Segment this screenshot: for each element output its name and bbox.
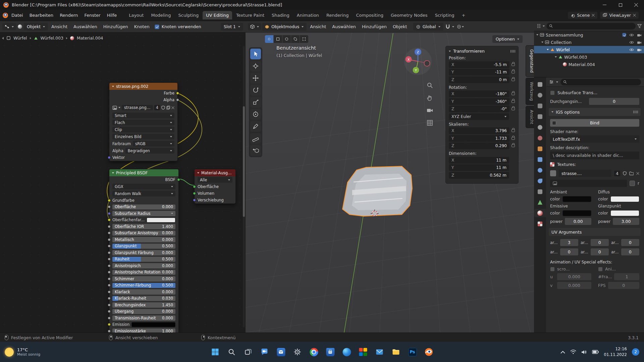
- input-socket[interactable]: [108, 225, 111, 228]
- material-slot-select[interactable]: Slot 1: [221, 23, 243, 31]
- target-select[interactable]: Alle: [198, 177, 232, 183]
- lock-icon[interactable]: [512, 63, 515, 66]
- input-socket[interactable]: [108, 323, 111, 326]
- tool-cursor[interactable]: [250, 61, 261, 71]
- fake-user-shield-icon[interactable]: [623, 171, 627, 175]
- dim-y-field[interactable]: Y11 m: [449, 164, 509, 171]
- outliner-row-scene-collection[interactable]: Szenensammlung: [534, 31, 644, 39]
- ar-field-0[interactable]: 3: [560, 239, 578, 246]
- unlink-scene-icon[interactable]: [592, 14, 595, 17]
- fake-user-shield-icon[interactable]: [161, 106, 165, 110]
- value-slider[interactable]: Anisotropisch0.000: [112, 263, 175, 268]
- input-socket[interactable]: [108, 290, 111, 293]
- value-slider[interactable]: Anisotropische Rotation0.000: [112, 270, 175, 275]
- outliner-editor-icon[interactable]: [536, 24, 541, 28]
- tool-add-cube[interactable]: [250, 145, 261, 156]
- use-nodes-toggle[interactable]: Knoten verwenden: [155, 24, 201, 29]
- lock-icon[interactable]: [512, 93, 515, 95]
- surface-input-socket[interactable]: [193, 185, 196, 188]
- tab-tool[interactable]: [534, 80, 546, 88]
- tab-constraints[interactable]: [534, 187, 546, 196]
- animate-checkbox[interactable]: [598, 267, 603, 272]
- scene-selector[interactable]: Scene: [568, 12, 597, 19]
- vector-input-socket[interactable]: [108, 156, 111, 159]
- distribution-select[interactable]: GGX: [112, 184, 175, 189]
- collapse-node-icon[interactable]: [197, 172, 199, 174]
- volume-input-socket[interactable]: [193, 192, 196, 195]
- ambiant-color-swatch[interactable]: [562, 196, 591, 202]
- menu-vp-objekt[interactable]: Objekt: [390, 23, 410, 31]
- input-socket[interactable]: [108, 271, 111, 274]
- tab-uv-editing[interactable]: UV Editing: [203, 11, 232, 19]
- alpha-mode-select[interactable]: Begradigen: [125, 148, 174, 154]
- collapse-node-icon[interactable]: [112, 172, 114, 174]
- minimize-button[interactable]: [597, 0, 612, 10]
- menu-bearbeiten[interactable]: Bearbeiten: [26, 11, 56, 19]
- tool-select[interactable]: [250, 49, 261, 59]
- tab-modeling[interactable]: Modeling: [148, 11, 174, 19]
- outlook-button[interactable]: [274, 345, 288, 359]
- expand-icon[interactable]: [536, 34, 538, 36]
- file-explorer-button[interactable]: [389, 345, 403, 359]
- emissive-power-field[interactable]: 0.00: [565, 218, 591, 225]
- editor-type-select[interactable]: [2, 23, 16, 30]
- menu-fenster[interactable]: Fenster: [81, 11, 103, 19]
- menu-ne-ansicht[interactable]: Ansicht: [49, 23, 70, 31]
- outliner-row-wuerfel-003[interactable]: Würfel.003: [534, 53, 644, 61]
- shader-name-select[interactable]: LoftTexDiff.fx: [550, 135, 639, 143]
- ar-field-5[interactable]: 0: [621, 248, 639, 255]
- chrome-button[interactable]: [307, 345, 321, 359]
- scale-y-field[interactable]: Y1.733: [449, 135, 509, 142]
- fps-field[interactable]: 0: [608, 282, 639, 289]
- node-editor-scrollbar[interactable]: [243, 46, 245, 327]
- value-slider[interactable]: Klarlack-Rauheit0.030: [112, 296, 175, 301]
- lock-icon[interactable]: [512, 137, 515, 140]
- tab-geometry-nodes[interactable]: Geometry Nodes: [387, 11, 431, 19]
- value-slider[interactable]: Oberfläche0.000: [112, 204, 175, 210]
- color-swatch-black[interactable]: [131, 322, 175, 327]
- weather-widget[interactable]: 17°C Meist sonnig: [0, 347, 80, 357]
- node-canvas[interactable]: Würfel Würfel.003 Material.004 strasse.p…: [0, 33, 246, 333]
- editor-type-select[interactable]: [248, 23, 261, 30]
- select-mode-tweak[interactable]: [265, 35, 273, 43]
- tool-rotate[interactable]: [250, 85, 261, 96]
- shader-context-select[interactable]: Objekt: [24, 23, 48, 31]
- filter-icon[interactable]: [637, 24, 642, 28]
- v-speed-field[interactable]: 0.000: [557, 282, 591, 289]
- interpolation-select[interactable]: Smart: [112, 113, 174, 118]
- principled-bsdf-node[interactable]: Principled BSDF BSDF GGX Random Walk Gru…: [109, 169, 179, 333]
- tab-object[interactable]: [534, 144, 546, 153]
- input-socket[interactable]: [108, 303, 111, 306]
- ar-field-1[interactable]: 0: [591, 239, 609, 246]
- value-slider[interactable]: Metallisch0.000: [112, 237, 175, 242]
- tab-physics[interactable]: [534, 177, 546, 185]
- lock-icon[interactable]: [512, 71, 515, 73]
- input-socket[interactable]: [108, 284, 111, 287]
- tab-view-layer[interactable]: [534, 112, 546, 121]
- mail-button[interactable]: [373, 345, 387, 359]
- lock-icon[interactable]: [512, 144, 515, 147]
- input-socket[interactable]: [108, 297, 111, 300]
- mode-select[interactable]: Objektmodus: [262, 23, 307, 31]
- output-node-header[interactable]: Material-Ausgabe: [195, 169, 235, 176]
- projection-select[interactable]: Flach: [112, 120, 174, 125]
- start-button[interactable]: [208, 345, 222, 359]
- transform-orientation-select[interactable]: Global: [413, 23, 443, 31]
- texture-user-count[interactable]: 4: [614, 171, 620, 176]
- input-socket[interactable]: [108, 219, 111, 222]
- maximize-button[interactable]: [612, 0, 628, 10]
- blender-menu-icon[interactable]: [3, 13, 8, 18]
- tool-annotate[interactable]: [250, 121, 261, 132]
- ortho-grid-icon[interactable]: [427, 120, 433, 127]
- store-button[interactable]: [323, 345, 337, 359]
- eye-icon[interactable]: [629, 41, 634, 44]
- new-image-icon[interactable]: [166, 106, 170, 110]
- navigation-gizmo[interactable]: Z X Y: [404, 47, 432, 75]
- tray-expand-icon[interactable]: [560, 351, 565, 354]
- menu-datei[interactable]: Datei: [8, 11, 26, 19]
- collapse-node-icon[interactable]: [112, 86, 114, 87]
- image-user-count[interactable]: 4: [154, 105, 160, 110]
- input-socket[interactable]: [108, 277, 111, 280]
- eye-icon[interactable]: [629, 48, 634, 52]
- input-socket[interactable]: [108, 251, 111, 254]
